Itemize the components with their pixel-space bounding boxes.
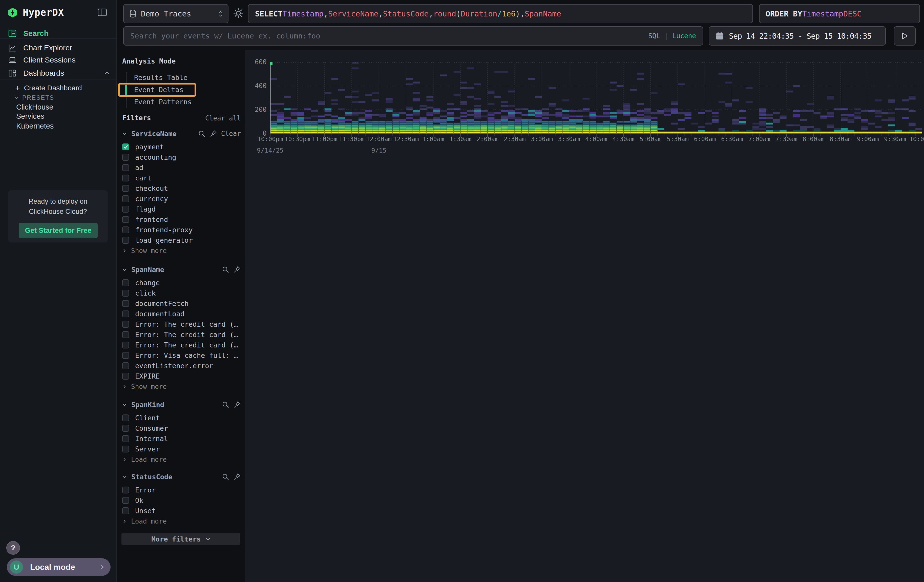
- help-button[interactable]: ?: [6, 541, 20, 555]
- analysis-option-results-table[interactable]: Results Table: [119, 72, 195, 84]
- chevron-up-icon[interactable]: [104, 72, 110, 75]
- collapse-sidebar-icon[interactable]: [98, 8, 107, 16]
- show-more-button[interactable]: Show more: [117, 381, 245, 392]
- checkbox[interactable]: [122, 341, 129, 348]
- pin-icon[interactable]: [233, 401, 241, 409]
- get-started-button[interactable]: Get Started for Free: [19, 223, 98, 238]
- checkbox[interactable]: [122, 237, 129, 244]
- checkbox[interactable]: [122, 195, 129, 202]
- filter-item-currency[interactable]: currency: [117, 194, 245, 204]
- checkbox[interactable]: [122, 373, 129, 379]
- analysis-option-event-deltas[interactable]: Event Deltas: [119, 84, 195, 96]
- checkbox[interactable]: [122, 331, 129, 338]
- filter-item-error-visa-cache-full[interactable]: Error: Visa cache full: …: [117, 350, 245, 361]
- sql-select-editor[interactable]: SELECT Timestamp, ServiceName, StatusCod…: [248, 4, 753, 23]
- checkbox[interactable]: [122, 175, 129, 181]
- checkbox[interactable]: [122, 164, 129, 171]
- chevron-down-icon[interactable]: [122, 475, 127, 478]
- filter-item-error-the-credit-card[interactable]: Error: The credit card (…: [117, 319, 245, 330]
- filter-item-documentfetch[interactable]: documentFetch: [117, 298, 245, 309]
- user-menu[interactable]: U Local mode: [7, 558, 111, 576]
- checkbox[interactable]: [122, 143, 129, 150]
- pin-icon[interactable]: [210, 130, 217, 137]
- pin-icon[interactable]: [233, 266, 241, 273]
- preset-kubernetes[interactable]: Kubernetes: [0, 120, 116, 132]
- checkbox[interactable]: [122, 507, 129, 514]
- filter-item-ok[interactable]: Ok: [117, 495, 245, 506]
- filter-group-clear-button[interactable]: Clear: [221, 130, 241, 137]
- app-logo[interactable]: HyperDX: [8, 7, 64, 18]
- filter-item-internal[interactable]: Internal: [117, 434, 245, 444]
- more-filters-button[interactable]: More filters: [121, 533, 240, 545]
- filter-item-frontend-proxy[interactable]: frontend-proxy: [117, 225, 245, 235]
- checkbox[interactable]: [122, 206, 129, 213]
- filter-group-name: ServiceName: [131, 130, 177, 138]
- sidebar-item-search[interactable]: Search: [0, 28, 116, 39]
- show-more-button[interactable]: Load more: [117, 516, 245, 526]
- checkbox[interactable]: [122, 352, 129, 359]
- run-query-button[interactable]: [894, 26, 916, 46]
- preset-services[interactable]: Services: [0, 110, 116, 122]
- filter-item-client[interactable]: Client: [117, 413, 245, 423]
- mode-lucene-button[interactable]: Lucene: [672, 32, 696, 40]
- checkbox[interactable]: [122, 362, 129, 369]
- filter-item-accounting[interactable]: accounting: [117, 152, 245, 162]
- filter-item-click[interactable]: click: [117, 288, 245, 298]
- checkbox[interactable]: [122, 414, 129, 421]
- filter-item-change[interactable]: change: [117, 278, 245, 288]
- checkbox[interactable]: [122, 486, 129, 493]
- checkbox[interactable]: [122, 435, 129, 442]
- sql-orderby-editor[interactable]: ORDER BY Timestamp DESC: [759, 4, 920, 23]
- filter-item-documentload[interactable]: documentLoad: [117, 309, 245, 319]
- pin-icon[interactable]: [233, 473, 241, 481]
- filter-item-consumer[interactable]: Consumer: [117, 423, 245, 434]
- chevron-down-icon[interactable]: [122, 132, 127, 135]
- source-select[interactable]: Demo Traces: [123, 4, 228, 23]
- checkbox[interactable]: [122, 310, 129, 317]
- checkbox[interactable]: [122, 185, 129, 192]
- filter-item-expire[interactable]: EXPIRE: [117, 371, 245, 381]
- filter-item-flagd[interactable]: flagd: [117, 204, 245, 214]
- duration-heatmap[interactable]: [270, 62, 922, 138]
- filter-item-cart[interactable]: cart: [117, 173, 245, 183]
- analysis-option-event-patterns[interactable]: Event Patterns: [119, 96, 195, 108]
- mode-sql-button[interactable]: SQL: [648, 32, 660, 40]
- checkbox[interactable]: [122, 216, 129, 223]
- checkbox[interactable]: [122, 321, 129, 328]
- search-input[interactable]: Search your events w/ Lucene ex. column:…: [123, 26, 703, 46]
- sidebar-item-client-sessions[interactable]: Client Sessions: [0, 54, 116, 66]
- filter-item-unset[interactable]: Unset: [117, 506, 245, 516]
- filter-item-error-the-credit-card[interactable]: Error: The credit card (…: [117, 330, 245, 340]
- filter-item-error[interactable]: Error: [117, 485, 245, 495]
- search-icon[interactable]: [198, 130, 205, 137]
- filter-item-eventlistener-error[interactable]: eventListener.error: [117, 361, 245, 371]
- search-icon[interactable]: [222, 473, 229, 481]
- sidebar-item-chart-explorer[interactable]: Chart Explorer: [0, 42, 116, 54]
- checkbox[interactable]: [122, 497, 129, 504]
- filter-item-server[interactable]: Server: [117, 444, 245, 454]
- source-settings-button[interactable]: [231, 6, 246, 20]
- filter-item-load-generator[interactable]: load-generator: [117, 235, 245, 246]
- checkbox[interactable]: [122, 226, 129, 233]
- checkbox[interactable]: [122, 290, 129, 297]
- clear-all-filters-button[interactable]: Clear all: [205, 114, 241, 122]
- filter-item-ad[interactable]: ad: [117, 162, 245, 173]
- sidebar-item-dashboards[interactable]: Dashboards: [0, 67, 116, 79]
- filter-item-error-the-credit-card[interactable]: Error: The credit card (…: [117, 340, 245, 350]
- checkbox[interactable]: [122, 279, 129, 286]
- filter-item-checkout[interactable]: checkout: [117, 183, 245, 194]
- query-language-toggle: SQL | Lucene: [648, 32, 696, 40]
- checkbox[interactable]: [122, 425, 129, 432]
- checkbox[interactable]: [122, 445, 129, 452]
- filter-item-payment[interactable]: payment: [117, 142, 245, 152]
- filter-item-frontend[interactable]: frontend: [117, 214, 245, 225]
- show-more-button[interactable]: Load more: [117, 454, 245, 465]
- search-icon[interactable]: [222, 401, 229, 409]
- chevron-down-icon[interactable]: [122, 268, 127, 271]
- time-range-picker[interactable]: Sep 14 22:04:35 - Sep 15 10:04:35: [709, 26, 886, 46]
- checkbox[interactable]: [122, 154, 129, 161]
- search-icon[interactable]: [222, 266, 229, 273]
- show-more-button[interactable]: Show more: [117, 246, 245, 256]
- chevron-down-icon[interactable]: [122, 403, 127, 406]
- checkbox[interactable]: [122, 300, 129, 307]
